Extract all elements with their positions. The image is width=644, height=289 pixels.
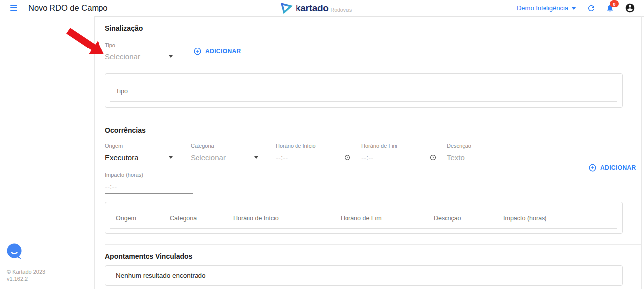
refresh-button[interactable]	[587, 4, 595, 13]
ocorrencias-table: Origem Categoria Horário de Início Horár…	[105, 202, 623, 234]
left-sidebar: © Kartado 2023 v1.162.2	[0, 16, 95, 289]
kartado-logo: kartado Rodovias	[280, 0, 352, 16]
account-icon	[625, 3, 635, 13]
horario-inicio-input[interactable]: --:--	[276, 152, 351, 165]
horario-fim-label: Horário de Fim	[361, 143, 437, 149]
col-descricao: Descrição	[434, 215, 503, 222]
ocorrencias-add-button[interactable]: ADICIONAR	[588, 163, 636, 172]
dropdown-arrow-icon	[169, 156, 173, 159]
version-text: v1.162.2	[7, 276, 45, 283]
apontamentos-section-title: Apontamentos Vinculados	[105, 252, 192, 260]
horario-fim-value: --:--	[361, 153, 373, 162]
kartado-triangle-icon	[280, 2, 293, 14]
sinalizacao-add-label: ADICIONAR	[205, 48, 241, 55]
app-version-info: © Kartado 2023 v1.162.2	[7, 269, 45, 283]
descricao-input[interactable]: Texto	[447, 152, 525, 165]
clock-icon[interactable]	[344, 154, 350, 161]
horario-inicio-field: Horário de Início --:--	[276, 143, 351, 165]
ocorrencias-add-label: ADICIONAR	[600, 164, 636, 171]
categoria-select-field: Categoria Selecionar	[191, 143, 261, 165]
top-app-bar: Novo RDO de Campo kartado Rodovias Demo …	[0, 0, 644, 17]
empty-state-message: Nenhum resultado encontrado	[116, 272, 206, 279]
col-horario-inicio: Horário de Início	[233, 215, 341, 222]
origem-select-field: Origem Executora	[105, 143, 176, 165]
origem-select-value: Executora	[105, 153, 139, 162]
tipo-select-field: Tipo Selecionar	[105, 42, 176, 64]
sinalizacao-section-title: Sinalização	[105, 24, 143, 32]
scrollbar-track[interactable]	[641, 16, 642, 289]
refresh-icon	[587, 4, 595, 13]
ocorrencias-section-title: Ocorrências	[105, 126, 146, 134]
account-switcher[interactable]: Demo Inteligência	[517, 4, 576, 12]
plus-circle-icon	[193, 47, 202, 56]
origem-select[interactable]: Executora	[105, 152, 176, 165]
tipo-select-value: Selecionar	[105, 52, 140, 61]
categoria-select-value: Selecionar	[191, 153, 226, 162]
sinalizacao-add-button[interactable]: ADICIONAR	[193, 47, 241, 56]
col-categoria: Categoria	[170, 215, 233, 222]
horario-inicio-value: --:--	[276, 153, 288, 162]
page-title: Novo RDO de Campo	[28, 0, 107, 16]
impacto-label: Impacto (horas)	[105, 172, 193, 178]
origem-field-label: Origem	[105, 143, 176, 149]
ocorrencias-table-header: Origem Categoria Horário de Início Horár…	[105, 202, 622, 228]
chevron-down-icon	[571, 7, 576, 10]
notification-count-badge: 0	[610, 0, 619, 7]
user-menu-button[interactable]	[625, 3, 635, 13]
horario-fim-input[interactable]: --:--	[361, 152, 437, 165]
horario-inicio-label: Horário de Início	[276, 143, 351, 149]
descricao-label: Descrição	[447, 143, 525, 149]
clock-icon[interactable]	[430, 154, 436, 161]
tipo-select[interactable]: Selecionar	[105, 51, 176, 64]
chat-bubble-icon	[6, 243, 24, 261]
plus-circle-icon	[588, 163, 597, 172]
main-content: Sinalização Tipo Selecionar ADICIONAR Ti…	[94, 16, 644, 289]
sinalizacao-table-header-tipo: Tipo	[116, 88, 128, 95]
logo-product-suffix: Rodovias	[331, 7, 352, 13]
col-impacto: Impacto (horas)	[503, 215, 617, 222]
descricao-value: Texto	[447, 153, 465, 162]
descricao-field: Descrição Texto	[447, 143, 525, 165]
sinalizacao-table: Tipo	[105, 73, 623, 108]
table-header-divider	[110, 228, 617, 229]
dropdown-arrow-icon	[254, 156, 258, 159]
app-root: Novo RDO de Campo kartado Rodovias Demo …	[0, 0, 644, 289]
categoria-select[interactable]: Selecionar	[191, 152, 261, 165]
section-divider	[105, 244, 641, 245]
dropdown-arrow-icon	[169, 55, 173, 58]
chat-support-button[interactable]	[6, 243, 24, 261]
horario-fim-field: Horário de Fim --:--	[361, 143, 437, 165]
logo-wordmark: kartado	[296, 3, 329, 14]
impacto-input[interactable]: --:--	[105, 181, 193, 194]
apontamentos-empty-state: Nenhum resultado encontrado	[105, 265, 623, 286]
account-switcher-label: Demo Inteligência	[517, 4, 568, 12]
notifications-button[interactable]: 0	[606, 4, 614, 12]
col-origem: Origem	[116, 215, 170, 222]
col-horario-fim: Horário de Fim	[341, 215, 434, 222]
copyright-text: © Kartado 2023	[7, 269, 45, 276]
categoria-field-label: Categoria	[191, 143, 261, 149]
impacto-field: Impacto (horas) --:--	[105, 172, 193, 194]
header-actions: Demo Inteligência 0	[517, 0, 635, 16]
impacto-value: --:--	[105, 182, 117, 191]
tipo-field-label: Tipo	[105, 42, 176, 48]
menu-icon[interactable]	[10, 4, 17, 11]
table-header-divider	[110, 101, 617, 102]
sinalizacao-table-header: Tipo	[105, 74, 622, 101]
